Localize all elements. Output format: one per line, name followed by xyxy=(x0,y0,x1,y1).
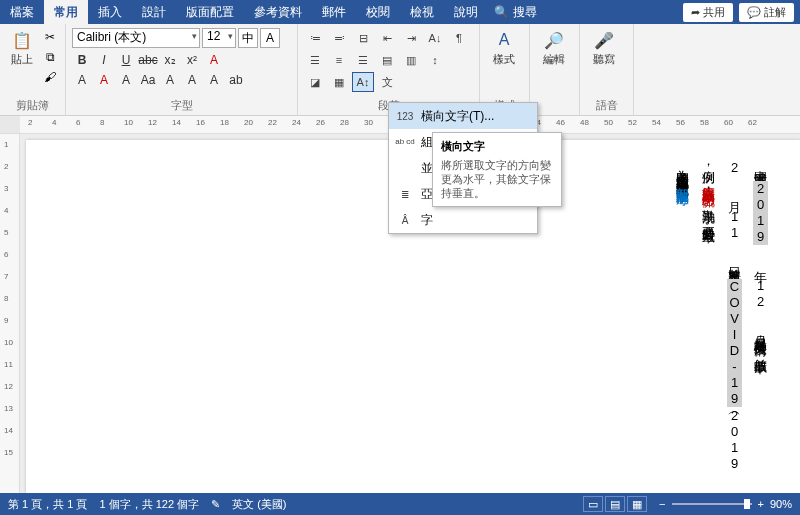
comment-button[interactable]: 💬 註解 xyxy=(739,3,794,22)
vruler-tick: 8 xyxy=(4,294,8,303)
menu-references[interactable]: 參考資料 xyxy=(244,0,312,24)
shrink-font-button[interactable]: A xyxy=(182,70,202,90)
dd-horizontal-in-vertical[interactable]: 123 橫向文字(T)... xyxy=(389,103,537,129)
ruler-tick: 50 xyxy=(604,118,613,127)
bullets-button[interactable]: ≔ xyxy=(304,28,326,48)
numbering-button[interactable]: ≕ xyxy=(328,28,350,48)
search-label: 搜尋 xyxy=(513,4,537,21)
change-case-button[interactable]: Aa xyxy=(138,70,158,90)
zoom-out-button[interactable]: − xyxy=(659,498,665,510)
phonetic-guide-button[interactable]: 中 xyxy=(238,28,258,48)
char-shading-button[interactable]: A xyxy=(116,70,136,90)
justify-button[interactable]: ▤ xyxy=(376,50,398,70)
text-column-2: 2 月 11 日將其定名為 COVID-19（2019 年冠狀病毒疾疫 xyxy=(724,160,744,493)
text-span: （2019 年冠狀病毒疾疫 xyxy=(727,407,742,493)
char-border-button[interactable]: A xyxy=(260,28,280,48)
blue-text: 新型冠狀病毒 xyxy=(675,177,690,183)
menu-design[interactable]: 設計 xyxy=(132,0,176,24)
group-clipboard: 📋 貼上 ✂ ⧉ 🖌 剪貼簿 xyxy=(0,24,66,115)
menu-review[interactable]: 校閱 xyxy=(356,0,400,24)
dd-char-scaling[interactable]: Â 字 xyxy=(389,207,537,233)
menu-home[interactable]: 常用 xyxy=(44,0,88,24)
format-painter-button[interactable]: 🖌 xyxy=(41,68,59,86)
menu-mail[interactable]: 郵件 xyxy=(312,0,356,24)
ruler-tick: 60 xyxy=(724,118,733,127)
tooltip-title: 橫向文字 xyxy=(441,139,553,154)
strike-button[interactable]: abc xyxy=(138,50,158,70)
font-color-button[interactable]: A xyxy=(94,70,114,90)
voice-group-label: 語音 xyxy=(586,96,627,115)
align-right-button[interactable]: ☰ xyxy=(352,50,374,70)
menu-help[interactable]: 說明 xyxy=(444,0,488,24)
tooltip-body: 將所選取文字的方向變更為水平，其餘文字保持垂直。 xyxy=(441,158,553,200)
vruler-tick: 6 xyxy=(4,250,8,259)
vruler-tick: 13 xyxy=(4,404,13,413)
zoom-percent[interactable]: 90% xyxy=(770,498,792,510)
clear-format-button[interactable]: A xyxy=(204,70,224,90)
group-voice: 🎤 聽寫 語音 xyxy=(580,24,634,115)
align-left-button[interactable]: ☰ xyxy=(304,50,326,70)
italic-button[interactable]: I xyxy=(94,50,114,70)
menu-view[interactable]: 檢視 xyxy=(400,0,444,24)
superscript-button[interactable]: x² xyxy=(182,50,202,70)
menu-insert[interactable]: 插入 xyxy=(88,0,132,24)
text-span: 中國武漢市 xyxy=(753,160,768,181)
sort-button[interactable]: A↓ xyxy=(424,28,446,48)
bold-button[interactable]: B xyxy=(72,50,92,70)
multilevel-button[interactable]: ⊟ xyxy=(352,28,374,48)
increase-indent-button[interactable]: ⇥ xyxy=(400,28,422,48)
ruler-tick: 30 xyxy=(364,118,373,127)
paste-button[interactable]: 📋 貼上 xyxy=(6,28,37,67)
decrease-indent-button[interactable]: ⇤ xyxy=(376,28,398,48)
zoom-in-button[interactable]: + xyxy=(758,498,764,510)
text-direction-button[interactable]: 文 xyxy=(376,72,398,92)
spellcheck-icon[interactable]: ✎ xyxy=(211,498,220,511)
font-name-combo[interactable]: Calibri (本文) xyxy=(72,28,200,48)
search-box[interactable]: 🔍搜尋 xyxy=(494,4,537,21)
ruler-tick: 26 xyxy=(316,118,325,127)
char-scaling-icon: Â xyxy=(395,211,415,229)
zoom-thumb[interactable] xyxy=(744,499,750,509)
text-span: 年 12 月起爆發肺炎疫情，並擴散中 xyxy=(753,245,768,352)
menu-layout[interactable]: 版面配置 xyxy=(176,0,244,24)
borders-button[interactable]: ▦ xyxy=(328,72,350,92)
show-marks-button[interactable]: ¶ xyxy=(448,28,470,48)
highlight-color-button[interactable]: A xyxy=(72,70,92,90)
subscript-button[interactable]: x₂ xyxy=(160,50,180,70)
underline-button[interactable]: U xyxy=(116,50,136,70)
status-word-count[interactable]: 1 個字，共 122 個字 xyxy=(99,497,199,512)
vruler-tick: 5 xyxy=(4,228,8,237)
status-language[interactable]: 英文 (美國) xyxy=(232,497,286,512)
styles-button[interactable]: A 樣式 xyxy=(486,28,522,67)
status-page[interactable]: 第 1 頁，共 1 頁 xyxy=(8,497,87,512)
align-center-button[interactable]: ≡ xyxy=(328,50,350,70)
editing-group-label xyxy=(536,111,573,115)
text-effects-button[interactable]: A xyxy=(204,50,224,70)
font-size-combo[interactable]: 12 xyxy=(202,28,236,48)
line-spacing-button[interactable]: ↕ xyxy=(424,50,446,70)
ruler-tick: 10 xyxy=(124,118,133,127)
distribute-button[interactable]: ▥ xyxy=(400,50,422,70)
view-read-button[interactable]: ▭ xyxy=(583,496,603,512)
ruler-tick: 4 xyxy=(52,118,56,127)
view-print-button[interactable]: ▤ xyxy=(605,496,625,512)
grow-font-button[interactable]: A xyxy=(160,70,180,90)
share-button[interactable]: ➦ 共用 xyxy=(683,3,733,22)
ruler-tick: 48 xyxy=(580,118,589,127)
copy-button[interactable]: ⧉ xyxy=(41,48,59,66)
view-web-button[interactable]: ▦ xyxy=(627,496,647,512)
ruler-tick: 52 xyxy=(628,118,637,127)
vruler-tick: 7 xyxy=(4,272,8,281)
enclose-char-button[interactable]: ab xyxy=(226,70,246,90)
dd-item-label: 字 xyxy=(421,212,433,229)
font-group-label: 字型 xyxy=(72,96,291,115)
menu-file[interactable]: 檔案 xyxy=(0,0,44,24)
share-icon: ➦ xyxy=(691,6,703,18)
vertical-ruler[interactable]: 123456789101112131415 xyxy=(0,134,20,493)
asian-layout-button[interactable]: A↕ xyxy=(352,72,374,92)
shading-button[interactable]: ◪ xyxy=(304,72,326,92)
dictate-button[interactable]: 🎤 聽寫 xyxy=(586,28,622,67)
editing-button[interactable]: 🔎 編輯 xyxy=(536,28,572,67)
zoom-slider[interactable] xyxy=(672,503,752,505)
cut-button[interactable]: ✂ xyxy=(41,28,59,46)
